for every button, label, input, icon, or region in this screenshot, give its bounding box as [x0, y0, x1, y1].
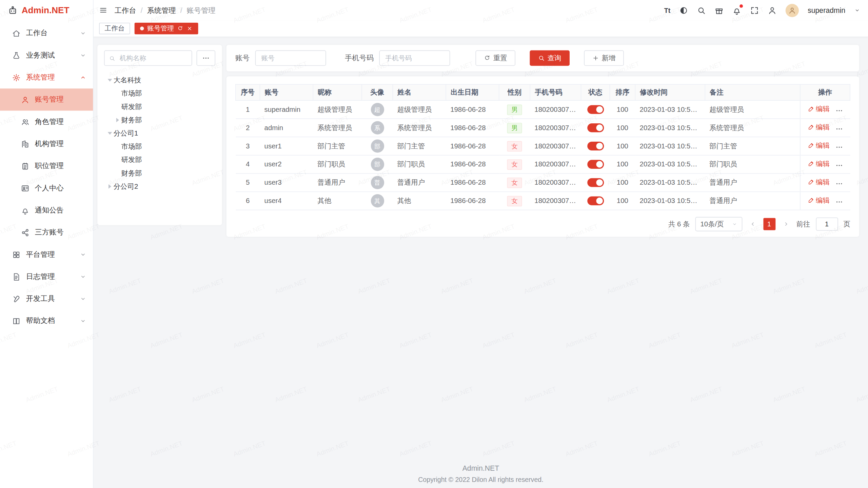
page-1-button[interactable]: 1 [763, 218, 775, 230]
org-search-input[interactable] [118, 54, 187, 62]
edit-button[interactable]: 编辑 [808, 141, 830, 150]
next-page-button[interactable] [781, 218, 791, 231]
cell-account: user4 [260, 192, 313, 210]
theme-icon[interactable] [679, 6, 688, 15]
tree-caret-icon[interactable] [116, 118, 119, 122]
sidebar-item-system-management[interactable]: 系统管理 [0, 66, 93, 88]
tree-node[interactable]: 财务部 [104, 166, 215, 180]
edit-button[interactable]: 编辑 [808, 178, 830, 187]
status-toggle[interactable] [587, 178, 604, 187]
status-toggle[interactable] [587, 197, 604, 205]
sidebar-item-platform-management[interactable]: 平台管理 [0, 243, 93, 265]
row-more-button[interactable] [835, 107, 843, 115]
column-header: 操作 [800, 84, 850, 100]
add-button[interactable]: 新增 [584, 50, 624, 66]
avatar[interactable] [786, 4, 799, 17]
sidebar-item-label: 业务测试 [26, 50, 74, 60]
edit-button[interactable]: 编辑 [808, 123, 830, 132]
tree-node[interactable]: 大名科技 [104, 74, 215, 87]
row-more-button[interactable] [835, 162, 843, 169]
tree-node[interactable]: 市场部 [104, 87, 215, 100]
breadcrumb-item[interactable]: 系统管理 [147, 5, 176, 15]
tree-node[interactable]: 财务部 [104, 114, 215, 127]
sidebar-item-help-docs[interactable]: 帮助文档 [0, 310, 93, 332]
row-more-button[interactable] [835, 198, 843, 206]
row-more-button[interactable] [835, 125, 843, 133]
avatar: 其 [371, 194, 384, 207]
tree-caret-icon[interactable] [108, 132, 112, 135]
refresh-tab-icon[interactable] [177, 25, 183, 32]
user-settings-icon[interactable] [768, 6, 777, 15]
menu-toggle-icon[interactable] [99, 6, 107, 14]
cell-avatar: 其 [362, 192, 393, 210]
edit-button[interactable]: 编辑 [808, 196, 830, 205]
cell-operations: 编辑 [800, 100, 850, 119]
cell-remark: 系统管理员 [705, 119, 800, 137]
sidebar-item-position-management[interactable]: 职位管理 [0, 155, 93, 177]
avatar: 系 [371, 121, 384, 135]
tree-node[interactable]: 分公司2 [104, 180, 215, 193]
org-search-box [104, 50, 192, 66]
breadcrumb-item[interactable]: 工作台 [115, 5, 136, 15]
sidebar-item-business-test[interactable]: 业务测试 [0, 44, 93, 66]
fullscreen-icon[interactable] [750, 6, 759, 15]
prev-page-button[interactable] [748, 218, 757, 231]
tree-node[interactable]: 市场部 [104, 140, 215, 153]
test-icon [12, 51, 20, 59]
tab-account-management[interactable]: 账号管理 [135, 23, 198, 34]
status-toggle[interactable] [587, 142, 604, 150]
sidebar-item-workbench[interactable]: 工作台 [0, 22, 93, 44]
search-icon [109, 55, 115, 62]
tools-icon [12, 294, 20, 303]
page-size-select[interactable]: 10条/页 [695, 217, 742, 231]
tree-more-button[interactable] [197, 50, 216, 66]
sidebar-item-log-management[interactable]: 日志管理 [0, 266, 93, 288]
sidebar-item-org-management[interactable]: 机构管理 [0, 133, 93, 155]
reset-button[interactable]: 重置 [475, 50, 515, 66]
status-toggle[interactable] [587, 105, 604, 114]
logo[interactable]: Admin.NET [0, 0, 93, 20]
edit-button[interactable]: 编辑 [808, 159, 830, 169]
logo-icon [8, 5, 18, 15]
component-box-icon[interactable] [715, 6, 724, 15]
sidebar-item-label: 通知公告 [35, 205, 64, 215]
tree-caret-icon[interactable] [108, 79, 112, 82]
sidebar-item-notice-announcement[interactable]: 通知公告 [0, 199, 93, 221]
tree-node-label: 研发部 [121, 102, 142, 111]
chevron-down-icon[interactable] [854, 7, 860, 13]
status-toggle[interactable] [587, 123, 604, 132]
sidebar-item-role-management[interactable]: 角色管理 [0, 111, 93, 133]
phone-input[interactable] [379, 50, 450, 66]
username[interactable]: superadmin [808, 6, 845, 14]
breadcrumb-item[interactable]: 账号管理 [187, 5, 216, 15]
tree-node[interactable]: 研发部 [104, 153, 215, 166]
edit-button[interactable]: 编辑 [808, 104, 830, 114]
font-size-icon[interactable]: Tt [664, 6, 670, 15]
goto-page-input[interactable] [816, 218, 838, 231]
sidebar-item-third-party-account[interactable]: 三方账号 [0, 221, 93, 243]
row-more-button[interactable] [835, 143, 843, 151]
accounts-table-card: 序号账号昵称头像姓名出生日期性别手机号码状态排序修改时间备注操作 1supera… [226, 76, 859, 237]
search-icon[interactable] [697, 6, 706, 15]
sidebar-item-personal-center[interactable]: 个人中心 [0, 177, 93, 199]
tree-node[interactable]: 分公司1 [104, 127, 215, 140]
row-more-button[interactable] [835, 180, 843, 188]
cell-avatar: 超 [362, 100, 393, 119]
tree-node[interactable]: 研发部 [104, 100, 215, 114]
tree-caret-icon[interactable] [108, 184, 111, 189]
cell-status [581, 100, 610, 119]
cell-birth-date: 1986-06-28 [446, 155, 499, 174]
status-toggle[interactable] [587, 160, 604, 169]
sidebar-item-dev-tools[interactable]: 开发工具 [0, 288, 93, 310]
sidebar-item-account-management[interactable]: 账号管理 [0, 88, 93, 110]
log-icon [12, 272, 20, 281]
account-input[interactable] [255, 50, 326, 66]
notification-badge [739, 4, 743, 7]
notification-bell-icon[interactable] [732, 6, 741, 15]
close-tab-icon[interactable] [186, 25, 193, 32]
cell-gender: 男 [499, 100, 530, 119]
tab-workbench[interactable]: 工作台 [99, 23, 130, 34]
breadcrumb: 工作台/系统管理/账号管理 [115, 5, 216, 15]
cell-birth-date: 1986-06-28 [446, 100, 499, 119]
query-button[interactable]: 查询 [530, 50, 570, 66]
